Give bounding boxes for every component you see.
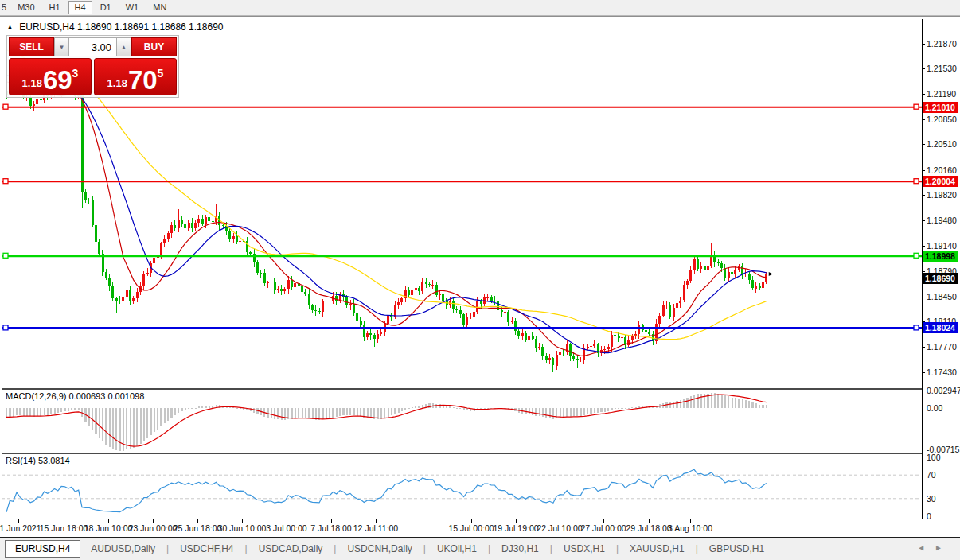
sell-button[interactable]: SELL [9, 37, 54, 56]
time-axis-tick [649, 519, 650, 523]
tab-scroll-nav: ◄► [917, 543, 952, 552]
rsi-axis-label: 100 [927, 453, 941, 462]
time-axis-tick [64, 519, 64, 523]
toolbar-timeframe-button-h4[interactable]: H4 [68, 1, 92, 14]
tab-scroll-right-icon[interactable]: ► [935, 543, 952, 552]
price-tag-1.20004: 1.20004 [923, 176, 958, 187]
time-axis-label: 30 Jun 10:00 [218, 523, 267, 533]
price-tag-1.18024: 1.18024 [923, 322, 958, 333]
time-axis-tick [287, 519, 287, 523]
tab-usdchf-h4[interactable]: USDCHF,H4 [170, 540, 244, 558]
toolbar-separator [178, 2, 178, 14]
price-axis-tick [922, 347, 925, 348]
buy-price-display[interactable]: 1.18 70 5 [94, 58, 177, 95]
price-axis-tick [922, 44, 925, 45]
price-axis-tick [922, 271, 925, 272]
buy-price-superscript: 5 [158, 67, 164, 80]
tab-audusd-daily[interactable]: AUDUSD,Daily [80, 540, 166, 558]
price-axis-label: 1.19480 [927, 216, 957, 225]
hline-right-handle[interactable] [914, 253, 919, 258]
hline-left-handle[interactable] [3, 179, 8, 184]
moving-average-medium[interactable] [6, 75, 767, 352]
time-axis-label: 25 Jun 18:00 [174, 523, 222, 533]
price-tag-1.21010: 1.21010 [923, 102, 958, 113]
symbol-tab-bar: EURUSD,H4AUDUSD,Daily|USDCHF,H4|USDCAD,D… [0, 538, 960, 560]
toolbar-timeframe-button-5[interactable]: 5 [0, 1, 10, 14]
hline-left-handle[interactable] [3, 325, 8, 330]
tab-ukoil-h1[interactable]: UKOil,H1 [427, 540, 487, 558]
time-axis-tick [331, 519, 332, 523]
price-axis-label: 1.19140 [927, 241, 957, 251]
tab-dj30-h1[interactable]: DJ30,H1 [491, 540, 549, 558]
hline-right-handle[interactable] [914, 179, 919, 184]
price-axis-tick [922, 94, 925, 95]
time-axis-tick [690, 519, 691, 523]
time-axis-label: 15 Jul 00:00 [448, 523, 494, 533]
chevron-up-icon: ▲ [121, 44, 127, 51]
tab-xauusd-h1[interactable]: XAUUSD,H1 [619, 540, 695, 558]
price-axis-label: 1.18450 [927, 292, 957, 301]
hline-left-handle[interactable] [3, 104, 8, 109]
toolbar-timeframe-button-m30[interactable]: M30 [11, 1, 41, 14]
chart-window[interactable]: ▲ EURUSD,H4 1.18690 1.18691 1.18686 1.18… [0, 16, 960, 537]
rsi-indicator-chart[interactable] [2, 454, 922, 519]
tab-usdx-h1[interactable]: USDX,H1 [553, 540, 615, 558]
tab-usdcad-daily[interactable]: USDCAD,Daily [248, 540, 334, 558]
time-axis-tick [18, 519, 19, 523]
price-axis-tick [922, 68, 925, 69]
macd-indicator-chart[interactable] [2, 390, 922, 453]
rsi-axis-label: 0 [927, 511, 931, 521]
price-tag-1.18998: 1.18998 [923, 251, 958, 262]
price-axis-tick [922, 119, 925, 120]
time-axis-tick [153, 519, 154, 523]
price-axis-label: 1.17770 [927, 342, 957, 352]
hline-right-handle[interactable] [914, 104, 919, 109]
price-axis-label: 1.21190 [927, 89, 956, 99]
rsi-axis-label: 70 [927, 470, 936, 480]
hline-left-handle[interactable] [3, 253, 8, 258]
price-axis-tick [922, 372, 925, 373]
price-axis-label: 1.20160 [927, 165, 957, 175]
price-axis-tick [922, 170, 925, 171]
volume-increase-button[interactable]: ▲ [116, 37, 131, 56]
volume-decrease-button[interactable]: ▼ [54, 37, 69, 56]
time-axis-label: 7 Jul 18:00 [310, 523, 351, 533]
chevron-down-icon: ▼ [59, 44, 65, 51]
time-axis-label: 23 Jun 00:00 [129, 523, 178, 533]
price-tag-1.18690: 1.18690 [923, 273, 958, 284]
price-axis-label: 1.21870 [927, 39, 957, 49]
tab-eurusd-h4[interactable]: EURUSD,H4 [5, 540, 80, 558]
buy-button[interactable]: BUY [131, 37, 177, 56]
price-axis-label: 1.17430 [927, 368, 957, 377]
tab-scroll-left-icon[interactable]: ◄ [917, 543, 935, 552]
rsi-line [6, 469, 767, 512]
time-axis-label: 3 Aug 10:00 [668, 523, 712, 533]
hline-right-handle[interactable] [914, 325, 919, 330]
time-axis-tick [471, 519, 472, 523]
moving-average-fast[interactable] [6, 82, 767, 356]
time-axis-tick [242, 519, 243, 523]
tab-gbpusd-h1[interactable]: GBPUSD,H1 [699, 540, 775, 558]
sell-price-prefix: 1.18 [22, 77, 42, 89]
toolbar-timeframe-button-mn[interactable]: MN [146, 1, 173, 14]
time-axis-label: 19 Jul 19:00 [493, 523, 538, 533]
time-axis-label: 22 Jul 10:00 [537, 523, 582, 533]
toolbar-timeframe-button-h1[interactable]: H1 [43, 1, 67, 14]
time-axis-label: 11 Jun 2021 [0, 523, 41, 533]
time-axis-tick [603, 519, 604, 523]
toolbar-timeframe-button-d1[interactable]: D1 [94, 1, 118, 14]
time-axis-tick [516, 519, 517, 523]
tab-usdcnh-daily[interactable]: USDCNH,Daily [337, 540, 422, 558]
price-axis-label: 1.19820 [927, 190, 957, 200]
buy-price-big: 70 [128, 68, 158, 92]
price-axis-label: 1.20850 [927, 115, 957, 124]
sell-price-display[interactable]: 1.18 69 3 [9, 58, 92, 95]
macd-axis-label: 0.002947 [927, 386, 960, 395]
volume-input[interactable] [69, 38, 116, 56]
time-axis-tick [376, 519, 377, 523]
price-axis-label: 1.21530 [927, 64, 957, 73]
price-axis-tick [922, 220, 925, 221]
toolbar-timeframe-button-w1[interactable]: W1 [119, 1, 146, 14]
time-axis-tick [108, 519, 109, 523]
price-axis-tick [922, 297, 925, 298]
